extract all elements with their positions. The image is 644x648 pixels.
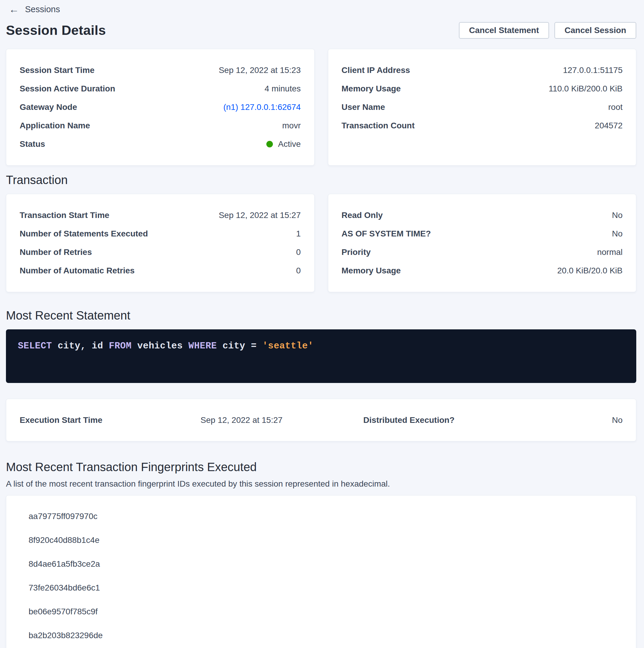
row-value: normal xyxy=(597,248,623,257)
transaction-row: Transaction Start Time Sep 12, 2022 at 1… xyxy=(6,194,636,292)
page-header: Session Details Cancel Statement Cancel … xyxy=(6,22,636,39)
row-label: Number of Statements Executed xyxy=(20,229,148,238)
distributed-execution-label: Distributed Execution? xyxy=(363,416,526,425)
row-label: Gateway Node xyxy=(20,102,77,112)
session-details-page: ← Sessions Session Details Cancel Statem… xyxy=(0,0,644,648)
fingerprint-item: aa79775ff097970c xyxy=(20,504,623,528)
row-label: Priority xyxy=(342,248,371,257)
transaction-count-row: Transaction Count 204572 xyxy=(342,116,623,135)
status-active-dot-icon xyxy=(266,141,273,147)
execution-start-time-value: Sep 12, 2022 at 15:27 xyxy=(200,416,363,425)
row-value: movr xyxy=(282,121,301,130)
row-label: Number of Automatic Retries xyxy=(20,266,134,275)
fingerprint-item: be06e9570f785c9f xyxy=(20,600,623,624)
row-value: 20.0 KiB/20.0 KiB xyxy=(558,266,623,275)
row-label: Application Name xyxy=(20,121,90,130)
page-title: Session Details xyxy=(6,22,106,38)
statement-section-heading: Most Recent Statement xyxy=(6,309,636,322)
transaction-start-time-row: Transaction Start Time Sep 12, 2022 at 1… xyxy=(20,206,301,224)
gateway-node-row: Gateway Node (n1) 127.0.0.1:62674 xyxy=(20,98,301,116)
row-value: 127.0.0.1:51175 xyxy=(563,65,623,75)
fingerprints-card: aa79775ff097970c 8f920c40d88b1c4e 8d4ae6… xyxy=(6,495,636,648)
automatic-retries-row: Number of Automatic Retries 0 xyxy=(20,262,301,280)
client-info-card: Client IP Address 127.0.0.1:51175 Memory… xyxy=(328,49,637,166)
fingerprint-item: 8f920c40d88b1c4e xyxy=(20,528,623,552)
transaction-info-card: Transaction Start Time Sep 12, 2022 at 1… xyxy=(6,194,314,292)
transaction-section-heading: Transaction xyxy=(6,173,636,187)
row-label: Status xyxy=(20,140,45,149)
gateway-node-link[interactable]: (n1) 127.0.0.1:62674 xyxy=(224,102,301,112)
back-arrow-icon: ← xyxy=(9,4,19,14)
fingerprint-item: 73fe26034bd6e6c1 xyxy=(20,576,623,600)
row-label: Session Active Duration xyxy=(20,84,115,94)
row-value: 204572 xyxy=(595,121,623,130)
row-label: Transaction Start Time xyxy=(20,211,109,220)
status-row: Status Active xyxy=(20,135,301,153)
row-label: Transaction Count xyxy=(342,121,415,130)
as-of-system-time-row: AS OF SYSTEM TIME? No xyxy=(342,224,623,243)
user-name-row: User Name root xyxy=(342,98,623,116)
session-summary-row: Session Start Time Sep 12, 2022 at 15:23… xyxy=(6,49,636,166)
fingerprint-item: 8d4ae61a5fb3ce2a xyxy=(20,552,623,576)
status-label: Active xyxy=(278,140,301,149)
row-value: 0 xyxy=(296,266,301,275)
status-badge: Active xyxy=(266,140,301,149)
client-ip-row: Client IP Address 127.0.0.1:51175 xyxy=(342,61,623,79)
row-value: 0 xyxy=(296,248,301,257)
read-only-row: Read Only No xyxy=(342,206,623,224)
row-label: User Name xyxy=(342,102,385,112)
header-actions: Cancel Statement Cancel Session xyxy=(459,22,636,39)
distributed-execution-value: No xyxy=(526,416,623,425)
fingerprints-section-heading: Most Recent Transaction Fingerprints Exe… xyxy=(6,461,636,474)
execution-card: Execution Start Time Sep 12, 2022 at 15:… xyxy=(6,399,636,441)
row-label: Session Start Time xyxy=(20,65,95,75)
row-value: 110.0 KiB/200.0 KiB xyxy=(548,84,623,94)
fingerprint-item: ba2b203b823296de xyxy=(20,624,623,647)
back-to-sessions-link[interactable]: ← Sessions xyxy=(9,4,60,14)
row-label: Read Only xyxy=(342,211,383,220)
execution-start-time-label: Execution Start Time xyxy=(20,416,200,425)
priority-row: Priority normal xyxy=(342,243,623,262)
cancel-session-button[interactable]: Cancel Session xyxy=(554,22,636,39)
row-value: Sep 12, 2022 at 15:23 xyxy=(219,65,301,75)
cancel-statement-button[interactable]: Cancel Statement xyxy=(459,22,549,39)
row-value: root xyxy=(608,102,623,112)
row-value: 1 xyxy=(296,229,301,238)
txn-memory-usage-row: Memory Usage 20.0 KiB/20.0 KiB xyxy=(342,262,623,280)
retries-row: Number of Retries 0 xyxy=(20,243,301,262)
fingerprints-description: A list of the most recent transaction fi… xyxy=(6,479,636,489)
breadcrumb-label: Sessions xyxy=(25,4,60,14)
row-value: No xyxy=(612,211,623,220)
session-info-card: Session Start Time Sep 12, 2022 at 15:23… xyxy=(6,49,314,166)
session-active-duration-row: Session Active Duration 4 minutes xyxy=(20,79,301,98)
session-start-time-row: Session Start Time Sep 12, 2022 at 15:23 xyxy=(20,61,301,79)
row-label: Number of Retries xyxy=(20,248,92,257)
sql-code-block: SELECT city, id FROM vehicles WHERE city… xyxy=(6,329,636,383)
row-value: 4 minutes xyxy=(265,84,301,94)
row-label: Memory Usage xyxy=(342,266,401,275)
row-label: AS OF SYSTEM TIME? xyxy=(342,229,431,238)
execution-row: Execution Start Time Sep 12, 2022 at 15:… xyxy=(20,411,623,429)
application-name-row: Application Name movr xyxy=(20,116,301,135)
memory-usage-row: Memory Usage 110.0 KiB/200.0 KiB xyxy=(342,79,623,98)
row-label: Memory Usage xyxy=(342,84,401,94)
sql-statement: SELECT city, id FROM vehicles WHERE city… xyxy=(18,341,313,351)
transaction-props-card: Read Only No AS OF SYSTEM TIME? No Prior… xyxy=(328,194,637,292)
row-value: Sep 12, 2022 at 15:27 xyxy=(219,211,301,220)
row-label: Client IP Address xyxy=(342,65,410,75)
row-value: No xyxy=(612,229,623,238)
statements-executed-row: Number of Statements Executed 1 xyxy=(20,224,301,243)
